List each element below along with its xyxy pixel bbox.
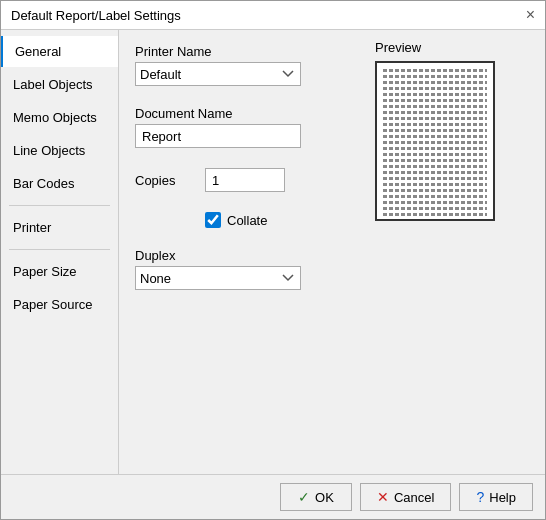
preview-line <box>383 129 487 132</box>
preview-line <box>383 219 487 221</box>
main-content: Printer Name Default Document Name Copie… <box>119 30 365 474</box>
collate-label: Collate <box>227 213 267 228</box>
sidebar: General Label Objects Memo Objects Line … <box>1 30 119 474</box>
dialog: Default Report/Label Settings × General … <box>0 0 546 520</box>
sidebar-item-label-objects[interactable]: Label Objects <box>1 69 118 100</box>
sidebar-separator-2 <box>9 249 110 250</box>
preview-line <box>383 81 487 84</box>
sidebar-item-general[interactable]: General <box>1 36 118 67</box>
close-button[interactable]: × <box>526 7 535 23</box>
preview-line <box>383 171 487 174</box>
preview-line <box>383 189 487 192</box>
preview-line <box>383 183 487 186</box>
preview-line <box>383 87 487 90</box>
dialog-title: Default Report/Label Settings <box>11 8 181 23</box>
duplex-group: Duplex None Long Edge Short Edge <box>135 248 349 290</box>
copies-input[interactable] <box>205 168 285 192</box>
preview-line <box>383 177 487 180</box>
cancel-label: Cancel <box>394 490 434 505</box>
dialog-footer: ✓ OK ✕ Cancel ? Help <box>1 474 545 519</box>
title-bar: Default Report/Label Settings × <box>1 1 545 30</box>
preview-line <box>383 69 487 72</box>
preview-line <box>383 141 487 144</box>
printer-name-select[interactable]: Default <box>135 62 301 86</box>
document-name-group: Document Name <box>135 106 349 148</box>
preview-line <box>383 135 487 138</box>
preview-line <box>383 111 487 114</box>
preview-paper <box>375 61 495 221</box>
cancel-icon: ✕ <box>377 489 389 505</box>
preview-line <box>383 207 487 210</box>
dialog-body: General Label Objects Memo Objects Line … <box>1 30 545 474</box>
copies-row: Copies <box>135 168 349 192</box>
document-name-input[interactable] <box>135 124 301 148</box>
preview-line <box>383 153 487 156</box>
preview-line <box>383 201 487 204</box>
preview-line <box>383 117 487 120</box>
preview-label: Preview <box>375 40 421 55</box>
collate-checkbox[interactable] <box>205 212 221 228</box>
ok-icon: ✓ <box>298 489 310 505</box>
preview-panel: Preview <box>365 30 545 474</box>
help-button[interactable]: ? Help <box>459 483 533 511</box>
content-area: Printer Name Default Document Name Copie… <box>119 30 545 474</box>
sidebar-separator <box>9 205 110 206</box>
ok-label: OK <box>315 490 334 505</box>
preview-line <box>383 99 487 102</box>
printer-name-group: Printer Name Default <box>135 44 349 86</box>
sidebar-item-paper-size[interactable]: Paper Size <box>1 256 118 287</box>
ok-button[interactable]: ✓ OK <box>280 483 352 511</box>
preview-line <box>383 213 487 216</box>
preview-line <box>383 105 487 108</box>
preview-lines <box>383 69 487 221</box>
cancel-button[interactable]: ✕ Cancel <box>360 483 451 511</box>
printer-name-label: Printer Name <box>135 44 349 59</box>
preview-line <box>383 75 487 78</box>
document-name-label: Document Name <box>135 106 349 121</box>
duplex-label: Duplex <box>135 248 349 263</box>
sidebar-item-line-objects[interactable]: Line Objects <box>1 135 118 166</box>
sidebar-item-paper-source[interactable]: Paper Source <box>1 289 118 320</box>
duplex-select[interactable]: None Long Edge Short Edge <box>135 266 301 290</box>
preview-line <box>383 159 487 162</box>
sidebar-item-printer[interactable]: Printer <box>1 212 118 243</box>
preview-line <box>383 165 487 168</box>
help-icon: ? <box>476 489 484 505</box>
copies-label: Copies <box>135 173 195 188</box>
help-label: Help <box>489 490 516 505</box>
sidebar-item-memo-objects[interactable]: Memo Objects <box>1 102 118 133</box>
preview-line <box>383 195 487 198</box>
preview-line <box>383 123 487 126</box>
preview-line <box>383 93 487 96</box>
sidebar-item-bar-codes[interactable]: Bar Codes <box>1 168 118 199</box>
collate-row: Collate <box>205 212 349 228</box>
preview-line <box>383 147 487 150</box>
